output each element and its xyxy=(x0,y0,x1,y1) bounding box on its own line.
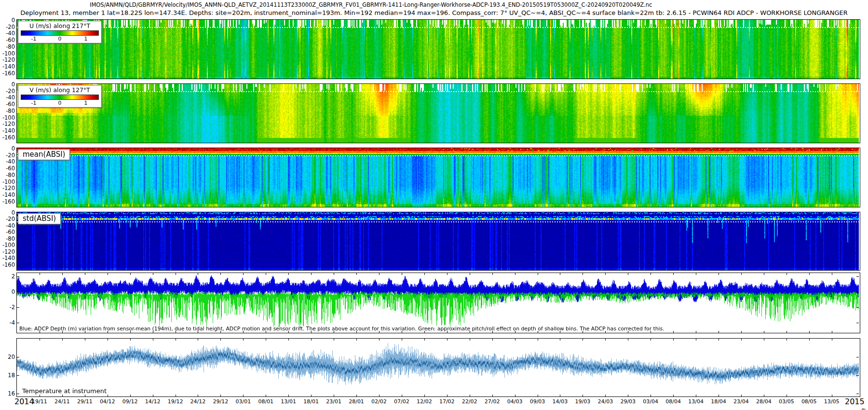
u-velocity-legend: U (m/s) along 217°T -1 0 1 xyxy=(18,21,102,43)
jet-colorbar xyxy=(21,95,99,100)
y-tick-label: -80 xyxy=(0,235,15,242)
y-tick-label: -20 xyxy=(0,152,15,159)
x-tick-label: 22/02 xyxy=(459,398,480,405)
x-tick-label: 17/02 xyxy=(436,398,458,405)
y-tick-label: -40 xyxy=(0,30,15,37)
x-tick-label: 09/03 xyxy=(527,398,548,405)
u-legend-title: U (m/s) along 217°T xyxy=(21,22,99,29)
y-tick-label: 0 xyxy=(0,81,15,88)
panel-v-velocity: V (m/s) along 127°T -1 0 1 xyxy=(16,83,860,143)
x-tick-label: 18/01 xyxy=(300,398,322,405)
y-tick-label: -120 xyxy=(0,185,15,191)
y-tick-label: -140 xyxy=(0,127,15,134)
y-tick-label: -100 xyxy=(0,114,15,121)
x-tick-label: 28/04 xyxy=(753,398,774,405)
std-absi-heatmap xyxy=(17,212,859,270)
x-tick-label: 23/01 xyxy=(323,398,344,405)
y-tick-label: -80 xyxy=(0,172,15,178)
y-tick-label: 18 xyxy=(0,372,15,379)
x-tick-label: 24/03 xyxy=(595,398,616,405)
x-tick-label: 24/11 xyxy=(52,398,73,405)
colorbar-tick: -1 xyxy=(31,36,37,42)
std-absi-label: std(ABSI) xyxy=(18,213,61,224)
x-tick-label: 28/01 xyxy=(346,398,367,405)
y-tick-label: -60 xyxy=(0,101,15,108)
x-tick-label: 29/11 xyxy=(74,398,95,405)
x-tick-label: 29/03 xyxy=(617,398,638,405)
y-tick-label: -160 xyxy=(0,70,15,77)
imos-watermark: © IMOS 20-Dec-2024 12:59:45 Hobart time xyxy=(859,408,867,410)
figure-subtitle-deployment-info: Deployment 13, member 1 lat=18.22S lon=1… xyxy=(0,9,868,16)
y-tick-label: 0 xyxy=(0,209,15,216)
y-tick-label: -80 xyxy=(0,108,15,114)
figure-title-filename: IMOS/ANMN/QLD/GBRMYR/Velocity/IMOS_ANMN-… xyxy=(90,1,652,8)
y-tick-label: 0 xyxy=(0,17,15,24)
y-tick-label: -20 xyxy=(0,88,15,95)
temperature-lineplot xyxy=(17,339,859,396)
x-axis-year-end: 2015 xyxy=(845,397,865,406)
x-tick-label: 14/03 xyxy=(549,398,570,405)
y-tick-label: -60 xyxy=(0,229,15,235)
y-tick-label: 2 xyxy=(0,273,15,280)
panel-depth-variation: Blue: ADCP Depth (m) variation from sens… xyxy=(16,273,860,333)
mean-absi-label: mean(ABSI) xyxy=(18,149,70,160)
colorbar-tick: -1 xyxy=(31,100,37,106)
v-velocity-heatmap xyxy=(17,84,859,143)
x-tick-label: 27/02 xyxy=(482,398,503,405)
x-tick-label: 08/01 xyxy=(255,398,276,405)
x-tick-label: 19/11 xyxy=(29,398,50,405)
panel-mean-absi: mean(ABSI) xyxy=(16,148,860,207)
v-colorbar-ticks: -1 0 1 xyxy=(21,100,99,106)
colorbar-tick: 0 xyxy=(58,100,62,106)
x-tick-label: 03/01 xyxy=(232,398,254,405)
y-tick-label: -100 xyxy=(0,242,15,248)
v-legend-title: V (m/s) along 127°T xyxy=(21,86,99,94)
x-tick-label: 09/12 xyxy=(120,398,141,405)
x-tick-label: 13/04 xyxy=(685,398,706,405)
x-tick-label: 29/12 xyxy=(210,398,231,405)
x-tick-label: 19/12 xyxy=(165,398,186,405)
u-colorbar-ticks: -1 0 1 xyxy=(21,36,99,42)
colorbar-tick: 0 xyxy=(58,36,62,42)
x-tick-label: 03/04 xyxy=(640,398,661,405)
x-tick-label: 04/12 xyxy=(97,398,118,405)
x-tick-label: 13/05 xyxy=(821,398,842,405)
y-tick-label: -160 xyxy=(0,134,15,141)
y-tick-label: 0 xyxy=(0,145,15,152)
mean-absi-heatmap xyxy=(17,148,859,207)
x-tick-label: 08/04 xyxy=(663,398,684,405)
v-velocity-legend: V (m/s) along 127°T -1 0 1 xyxy=(18,85,102,108)
u-velocity-heatmap xyxy=(17,20,859,79)
x-tick-label: 23/04 xyxy=(731,398,752,405)
x-tick-label: 13/01 xyxy=(278,398,299,405)
x-tick-label: 24/12 xyxy=(187,398,208,405)
y-tick-label: -40 xyxy=(0,222,15,229)
x-tick-label: 08/05 xyxy=(799,398,820,405)
panel-std-absi: std(ABSI) xyxy=(16,212,860,271)
x-tick-label: 14/12 xyxy=(142,398,163,405)
y-tick-label: -120 xyxy=(0,121,15,127)
y-tick-label: -80 xyxy=(0,43,15,50)
x-tick-label: 18/04 xyxy=(708,398,729,405)
y-tick-label: 20 xyxy=(0,354,15,360)
y-tick-label: -40 xyxy=(0,94,15,101)
y-tick-label: -140 xyxy=(0,63,15,70)
y-tick-label: -160 xyxy=(0,261,15,268)
jet-colorbar xyxy=(21,30,99,36)
y-tick-label: -140 xyxy=(0,255,15,261)
y-tick-label: -2 xyxy=(0,304,15,311)
y-tick-label: -100 xyxy=(0,50,15,57)
panel-temperature: Temperature at instrument xyxy=(16,338,860,397)
depth-variation-lineplot xyxy=(17,273,859,333)
y-tick-label: -100 xyxy=(0,178,15,185)
colorbar-tick: 1 xyxy=(84,100,87,106)
temperature-label: Temperature at instrument xyxy=(22,387,107,395)
y-tick-label: -20 xyxy=(0,216,15,222)
y-tick-label: -160 xyxy=(0,198,15,205)
y-tick-label: -4 xyxy=(0,319,15,326)
y-tick-label: -60 xyxy=(0,37,15,43)
x-tick-label: 02/02 xyxy=(368,398,390,405)
y-tick-label: -120 xyxy=(0,248,15,255)
y-tick-label: 0 xyxy=(0,288,15,295)
x-tick-label: 03/05 xyxy=(776,398,797,405)
